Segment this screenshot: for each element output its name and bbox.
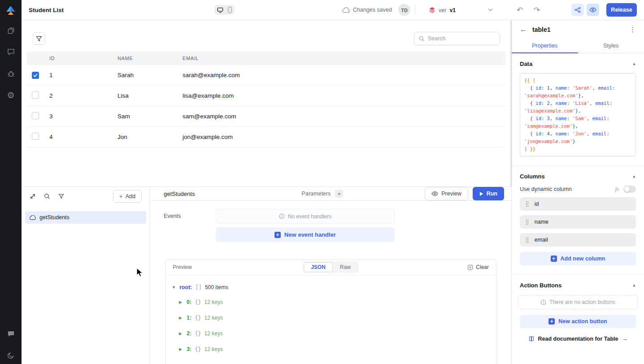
- redo-icon[interactable]: ↷: [534, 5, 540, 15]
- run-button[interactable]: Run: [473, 187, 504, 200]
- book-icon: [528, 336, 535, 342]
- code-line: {{ [: [524, 77, 631, 84]
- add-parameter-button[interactable]: +: [335, 190, 343, 198]
- cell-name: Sarah: [117, 72, 183, 78]
- code-line: 'lisa@example.com'},: [524, 107, 631, 115]
- release-button[interactable]: Release: [606, 3, 637, 17]
- table-row[interactable]: 1Sarahsarah@example.com: [27, 65, 505, 86]
- topbar: Student List Changes saved TD ver v1 ↶ ↷…: [22, 0, 644, 20]
- search-input[interactable]: [428, 35, 495, 42]
- settings-icon[interactable]: ⚙: [6, 90, 16, 100]
- kebab-menu-icon[interactable]: ⋮: [629, 26, 636, 34]
- checkbox-cell: [27, 133, 49, 141]
- search-icon[interactable]: [44, 193, 50, 199]
- collapse-icon[interactable]: ▲: [632, 283, 636, 287]
- action-buttons-section: Action Buttons ▲ There are no action but…: [512, 274, 644, 342]
- add-query-button[interactable]: +Add: [113, 190, 142, 203]
- fx-icon[interactable]: fx: [615, 186, 619, 192]
- query-list-item[interactable]: getStudents: [25, 211, 146, 224]
- moon-icon[interactable]: [6, 351, 16, 360]
- tab-properties[interactable]: Properties: [512, 39, 578, 53]
- property-pane-body: Data ▲ {{ [ { id: 1, name: 'Sarah', emai…: [512, 53, 644, 364]
- canvas[interactable]: IDNAMEEMAIL 1Sarahsarah@example.com2Lisa…: [22, 20, 511, 186]
- tab-styles[interactable]: Styles: [578, 39, 644, 53]
- drag-handle-icon[interactable]: ⣿: [525, 219, 529, 225]
- row-checkbox[interactable]: [32, 72, 39, 79]
- row-checkbox[interactable]: [32, 91, 39, 99]
- query-panel: +Add getStudents getStudents Parameters …: [22, 186, 511, 364]
- avatar[interactable]: TD: [398, 4, 410, 16]
- preview-tab-raw[interactable]: Raw: [333, 262, 358, 272]
- json-tree-node[interactable]: ▶0:{}12 keys: [179, 294, 490, 310]
- new-event-handler-button[interactable]: + New event handler: [216, 227, 395, 242]
- column-header[interactable]: EMAIL: [183, 56, 505, 61]
- node-key: 2:: [187, 330, 191, 337]
- chevron-down-icon[interactable]: [488, 9, 493, 12]
- table-row[interactable]: 4Jonjon@example.com: [27, 127, 505, 147]
- query-list-toolbar: +Add: [22, 187, 150, 206]
- cell-id: 2: [49, 92, 117, 99]
- cell-name: Jon: [117, 134, 183, 140]
- column-header[interactable]: ID: [49, 56, 117, 61]
- table-search[interactable]: [414, 32, 500, 45]
- preview-title: Preview: [173, 264, 192, 270]
- query-title[interactable]: getStudents: [164, 191, 195, 197]
- debugger-icon[interactable]: [6, 69, 16, 78]
- data-code-editor[interactable]: {{ [ { id: 1, name: 'Sarah', email:'sara…: [520, 73, 636, 156]
- sort-icon[interactable]: [30, 193, 36, 199]
- expand-arrow-icon[interactable]: ▶: [179, 347, 183, 351]
- json-tree-node[interactable]: ▶1:{}12 keys: [179, 310, 490, 325]
- play-icon: [479, 191, 483, 196]
- node-meta: 12 keys: [205, 346, 223, 352]
- desktop-icon[interactable]: [217, 7, 223, 13]
- dynamic-column-toggle[interactable]: [623, 186, 636, 193]
- cell-email: lisa@example.com: [183, 92, 505, 99]
- column-header[interactable]: NAME: [117, 56, 183, 61]
- expand-arrow-icon[interactable]: ▶: [179, 316, 183, 320]
- share-button[interactable]: [571, 4, 584, 16]
- collapse-arrow-icon[interactable]: ▼: [172, 285, 176, 290]
- expand-arrow-icon[interactable]: ▶: [179, 300, 183, 304]
- json-tree: ▼ root: [] 500 items ▶0:{}12 keys▶1:{}12…: [165, 275, 496, 362]
- json-tree-node[interactable]: ▶3:{}12 keys: [179, 341, 490, 357]
- table-row[interactable]: 3Samsam@example.com: [27, 106, 505, 127]
- query-editor-header: getStudents Parameters + Preview Run: [150, 187, 511, 201]
- row-checkbox[interactable]: [32, 112, 39, 119]
- collapse-icon[interactable]: ▲: [632, 174, 636, 178]
- json-tree-root[interactable]: ▼ root: [] 500 items: [172, 281, 490, 294]
- row-checkbox[interactable]: [32, 133, 39, 140]
- column-item-name[interactable]: ⣿name: [520, 215, 636, 229]
- app-title: Student List: [29, 7, 64, 13]
- table-row[interactable]: 2Lisalisa@example.com: [27, 86, 505, 106]
- version-selector[interactable]: ver v1: [429, 7, 456, 13]
- tooljet-logo[interactable]: [5, 4, 17, 16]
- json-tree-node[interactable]: ▶2:{}12 keys: [179, 325, 490, 341]
- pages-icon[interactable]: [6, 26, 16, 35]
- drag-handle-icon[interactable]: ⣿: [525, 237, 529, 243]
- column-item-email[interactable]: ⣿email: [520, 233, 636, 247]
- widget-name[interactable]: table1: [532, 26, 550, 33]
- no-action-buttons: There are no action buttons: [518, 295, 638, 309]
- back-arrow-icon[interactable]: ←: [520, 26, 527, 34]
- column-item-id[interactable]: ⣿id: [520, 197, 636, 211]
- plus-icon: +: [119, 193, 123, 199]
- undo-icon[interactable]: ↶: [517, 5, 523, 15]
- expand-arrow-icon[interactable]: ▶: [179, 331, 183, 336]
- collapse-icon[interactable]: ▲: [632, 62, 636, 66]
- canvas-mode-toggle[interactable]: [214, 5, 235, 15]
- comments-icon[interactable]: [6, 47, 16, 57]
- app-preview-button[interactable]: [587, 4, 599, 16]
- filter-icon[interactable]: [58, 194, 64, 199]
- drag-handle-icon[interactable]: ⣿: [525, 201, 529, 207]
- property-pane: ← table1 ⋮ PropertiesStyles Data ▲ {{ [ …: [511, 20, 644, 364]
- add-new-column-button[interactable]: + Add new column: [520, 252, 636, 265]
- preview-button[interactable]: Preview: [425, 187, 468, 200]
- new-action-button[interactable]: + New action button: [520, 315, 636, 328]
- chat-icon[interactable]: [6, 329, 16, 339]
- table-filter-button[interactable]: [33, 32, 45, 45]
- clear-button[interactable]: Clear: [467, 264, 489, 270]
- preview-tab-json[interactable]: JSON: [304, 262, 333, 272]
- table-widget[interactable]: IDNAMEEMAIL 1Sarahsarah@example.com2Lisa…: [27, 52, 505, 147]
- mobile-icon[interactable]: [228, 7, 232, 13]
- read-docs-link[interactable]: Read documentation for Table →: [520, 335, 636, 342]
